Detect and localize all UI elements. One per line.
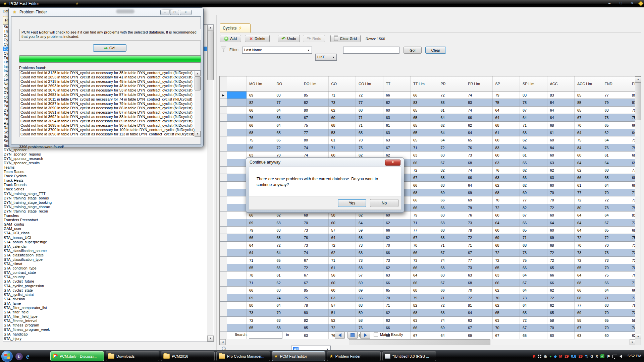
grid-cell[interactable]: 66 [629,287,635,294]
grid-cell[interactable]: 73 [629,309,635,316]
list-item[interactable]: STA_classification_source [3,249,214,253]
grid-cell[interactable]: 57 [356,272,383,279]
grid-cell[interactable]: 65 [274,129,302,136]
grid-cell[interactable]: 66 [247,122,274,129]
grid-cell[interactable]: 66 [438,196,466,203]
grid-cell[interactable]: 57 [329,227,356,234]
problem-line[interactable]: Could not find id 3011 in table DYN_cycl… [19,97,201,102]
grid-cell[interactable]: 65 [383,287,411,294]
list-item[interactable]: Transfers Precontact [3,218,214,222]
grid-cell[interactable] [227,324,247,331]
taskbar-button[interactable]: *[Untitled]-3.0 (RGB ... [382,351,436,361]
grid-cell[interactable]: 60 [493,227,520,234]
grid-cell[interactable]: 73 [465,152,493,159]
grid-cell[interactable]: 63 [274,227,302,234]
list-item[interactable]: DYN_sponsor_results [3,161,214,165]
row-selector[interactable] [220,182,227,189]
load-0.8[interactable]: 0.8 [571,354,576,358]
grid-cell[interactable]: 72 [329,324,356,331]
grid-cell[interactable]: 74 [465,167,493,174]
grid-cell[interactable]: 63 [274,324,302,331]
grid-cell[interactable]: 77 [602,92,630,99]
grid-cell[interactable]: 66 [629,122,635,129]
grid-cell[interactable]: 64 [520,302,547,309]
column-header[interactable]: CO [329,76,356,91]
grid-cell[interactable]: 80 [301,136,329,143]
grid-cell[interactable]: 63 [274,219,302,226]
grid-cell[interactable]: 83 [520,92,547,99]
grid-cell[interactable]: 65 [493,264,520,271]
row-selector[interactable] [220,242,227,249]
grid-cell[interactable]: 71 [411,219,438,226]
grid-cell[interactable]: 82 [520,204,547,211]
list-item[interactable]: Team Races [3,170,214,174]
temp-29[interactable]: 29 [565,354,569,358]
grid-cell[interactable]: 64 [575,272,602,279]
grid-cell[interactable]: 66 [411,204,438,211]
volume-icon[interactable] [620,355,622,358]
grid-cell[interactable]: 70 [301,219,329,226]
grid-cell[interactable]: 62 [329,249,356,256]
grid-cell[interactable]: 85 [301,324,329,331]
grid-cell[interactable]: 66 [465,174,493,181]
row-selector[interactable] [220,136,227,143]
grid-cell[interactable]: 64 [602,212,630,219]
grid-cell[interactable]: 66 [547,272,575,279]
grid-cell[interactable]: 62 [383,264,411,271]
row-selector[interactable] [220,309,227,316]
grid-cell[interactable]: 65 [602,174,630,181]
grid-cell[interactable]: 71 [629,279,635,286]
grid-cell[interactable]: 62 [383,219,411,226]
grid-cell[interactable]: 66 [438,204,466,211]
taskbar-button[interactable]: PCM.daily - Discussi... [50,351,104,361]
grid-cell[interactable]: 73 [602,114,630,121]
grid-cell[interactable]: 75 [301,122,329,129]
grid-cell[interactable]: 71 [438,242,466,249]
grid-cell[interactable]: 63 [465,317,493,324]
column-header[interactable]: CO Lim [356,76,383,91]
grid-cell[interactable]: 73 [411,257,438,264]
grid-cell[interactable]: 71 [465,242,493,249]
grid-cell[interactable]: 66 [383,249,411,256]
grid-cell[interactable]: 85 [575,92,602,99]
grid-cell[interactable]: 63 [383,272,411,279]
grid-cell[interactable]: 77 [465,257,493,264]
grid-cell[interactable]: 68 [575,294,602,301]
x-app-icon[interactable]: X [596,354,598,358]
problem-line[interactable]: Could not find id 3690 in table DYN_cycl… [19,106,201,110]
grid-cell[interactable]: 73 [629,257,635,264]
grid-cell[interactable]: 64 [493,114,520,121]
problem-line[interactable]: Could not find id 2683 in table DYN_cycl… [19,93,201,97]
grid-cell[interactable]: 85 [301,287,329,294]
grid-cell[interactable]: 72 [493,257,520,264]
grid-cell[interactable]: 82 [383,99,411,106]
tab-cyclists[interactable]: Cyclists [220,23,251,33]
grid-cell[interactable]: 63 [356,249,383,256]
grid-cell[interactable]: 60 [329,114,356,121]
grid-cell[interactable]: 64 [602,182,630,189]
grid-cell[interactable]: 70 [547,189,575,196]
grid-cell[interactable]: 66 [411,182,438,189]
grid-cell[interactable]: 68 [493,242,520,249]
grid-cell[interactable]: 70 [493,294,520,301]
grid-cell[interactable] [227,167,247,174]
grid-cell[interactable]: 68 [520,242,547,249]
flag-icon[interactable]: ⚑ [607,354,610,359]
grid-cell[interactable]: 72 [493,249,520,256]
grid-cell[interactable]: 58 [547,317,575,324]
grid-cell[interactable]: 57 [329,302,356,309]
grid-cell[interactable]: 64 [547,114,575,121]
grid-cell[interactable]: 77 [575,189,602,196]
maximize-button[interactable]: □ [170,10,179,15]
column-header[interactable]: DO Lim [301,76,329,91]
list-item[interactable]: Teams [3,165,214,170]
grid-cell[interactable]: 63 [438,219,466,226]
grid-cell[interactable] [227,99,247,106]
row-selector[interactable] [220,249,227,256]
grid-cell[interactable]: 70 [602,189,630,196]
grid-cell[interactable]: 71 [329,92,356,99]
grid-cell[interactable]: 61 [493,129,520,136]
grid-cell[interactable]: 81 [629,212,635,219]
grid-cell[interactable] [227,212,247,219]
column-header[interactable]: SP [493,76,520,91]
